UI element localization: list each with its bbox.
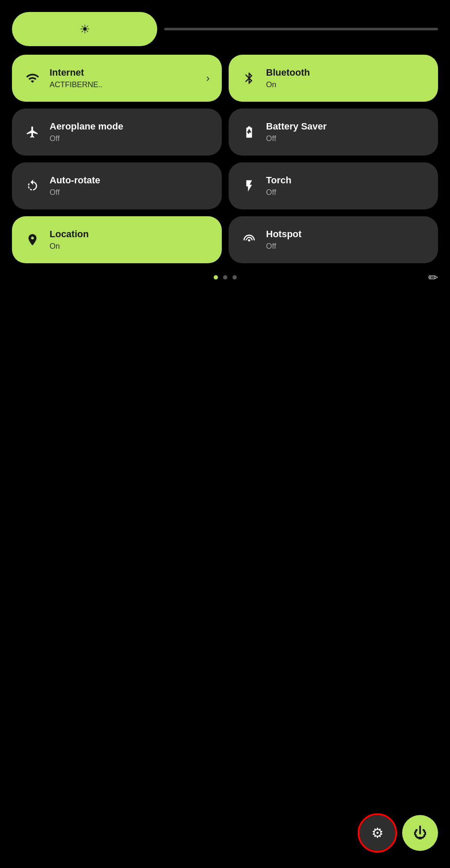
tile-internet[interactable]: Internet ACTFIBERNE.. ›	[12, 55, 222, 102]
battery-saver-tile-text: Battery Saver Off	[266, 121, 327, 143]
tile-aeroplane[interactable]: Aeroplane mode Off	[12, 109, 222, 156]
power-button[interactable]: ⏻	[402, 815, 438, 851]
aeroplane-label: Aeroplane mode	[50, 121, 123, 132]
bluetooth-tile-text: Bluetooth On	[266, 67, 310, 89]
location-tile-text: Location On	[50, 229, 89, 250]
pagination-row: ✏	[12, 275, 438, 280]
hotspot-label: Hotspot	[266, 229, 302, 240]
location-sublabel: On	[50, 242, 89, 251]
bluetooth-label: Bluetooth	[266, 67, 310, 78]
internet-sublabel: ACTFIBERNE..	[50, 80, 103, 89]
page-dot-2	[223, 275, 227, 280]
brightness-track[interactable]	[164, 28, 438, 30]
hotspot-icon	[241, 231, 258, 248]
power-icon: ⏻	[413, 825, 427, 841]
bottom-buttons: ⚙ ⏻	[359, 815, 438, 851]
auto-rotate-icon	[24, 177, 41, 194]
edit-button[interactable]: ✏	[428, 271, 438, 285]
internet-tile-text: Internet ACTFIBERNE..	[50, 67, 103, 89]
page-dot-3	[232, 275, 237, 280]
airplane-icon	[24, 124, 41, 141]
tile-battery-saver[interactable]: Battery Saver Off	[229, 109, 438, 156]
auto-rotate-tile-text: Auto-rotate Off	[50, 175, 100, 197]
settings-button[interactable]: ⚙	[359, 815, 395, 851]
brightness-slider-thumb[interactable]: ☀	[12, 12, 157, 46]
page-dot-1	[214, 275, 218, 280]
tile-auto-rotate[interactable]: Auto-rotate Off	[12, 162, 222, 209]
hotspot-tile-text: Hotspot Off	[266, 229, 302, 250]
torch-icon	[241, 177, 258, 194]
tile-bluetooth[interactable]: Bluetooth On	[229, 55, 438, 102]
battery-saver-label: Battery Saver	[266, 121, 327, 132]
hotspot-sublabel: Off	[266, 242, 302, 251]
location-label: Location	[50, 229, 89, 240]
quick-settings-panel: ☀ Internet ACTFIBERNE.. ›	[0, 0, 450, 280]
battery-saver-sublabel: Off	[266, 134, 327, 143]
auto-rotate-label: Auto-rotate	[50, 175, 100, 186]
internet-arrow: ›	[206, 72, 210, 84]
tile-location[interactable]: Location On	[12, 216, 222, 263]
torch-label: Torch	[266, 175, 291, 186]
page-dots	[214, 275, 237, 280]
auto-rotate-sublabel: Off	[50, 188, 100, 197]
location-icon	[24, 231, 41, 248]
aeroplane-tile-text: Aeroplane mode Off	[50, 121, 123, 143]
tile-torch[interactable]: Torch Off	[229, 162, 438, 209]
internet-label: Internet	[50, 67, 103, 78]
brightness-row: ☀	[12, 12, 438, 46]
brightness-icon: ☀	[79, 22, 90, 36]
aeroplane-sublabel: Off	[50, 134, 123, 143]
settings-icon: ⚙	[371, 825, 384, 841]
battery-saver-icon	[241, 124, 258, 141]
torch-sublabel: Off	[266, 188, 291, 197]
bluetooth-sublabel: On	[266, 80, 310, 89]
tile-hotspot[interactable]: Hotspot Off	[229, 216, 438, 263]
bluetooth-icon	[241, 70, 258, 87]
tiles-grid: Internet ACTFIBERNE.. › Bluetooth On	[12, 55, 438, 263]
torch-tile-text: Torch Off	[266, 175, 291, 197]
wifi-icon	[24, 70, 41, 87]
